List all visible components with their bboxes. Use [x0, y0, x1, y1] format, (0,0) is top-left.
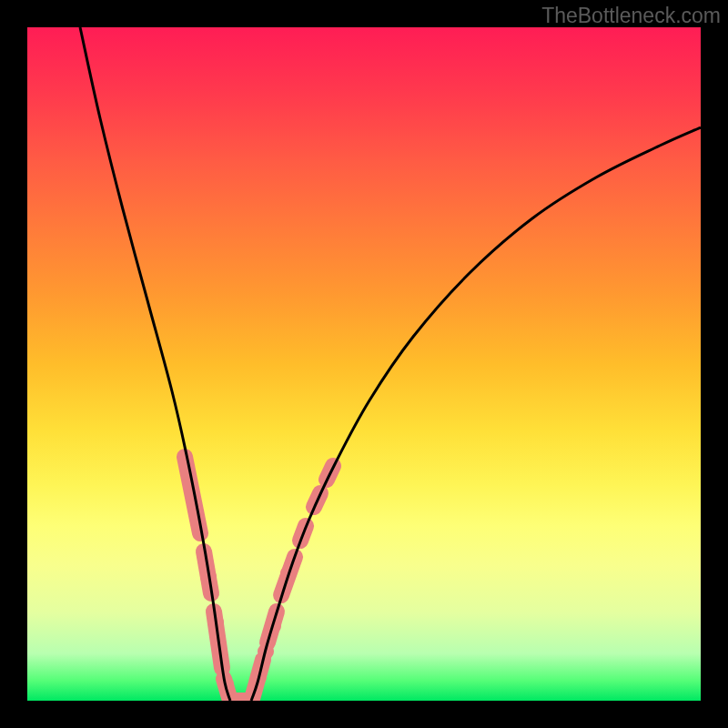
- curve-layer: [80, 27, 701, 701]
- curve-right-branch: [251, 127, 701, 701]
- watermark-text: TheBottleneck.com: [541, 4, 721, 28]
- chart-plot-area: [27, 27, 701, 701]
- marker-layer: [185, 457, 333, 701]
- marker-segment: [185, 457, 200, 533]
- curve-overlay: [27, 27, 701, 701]
